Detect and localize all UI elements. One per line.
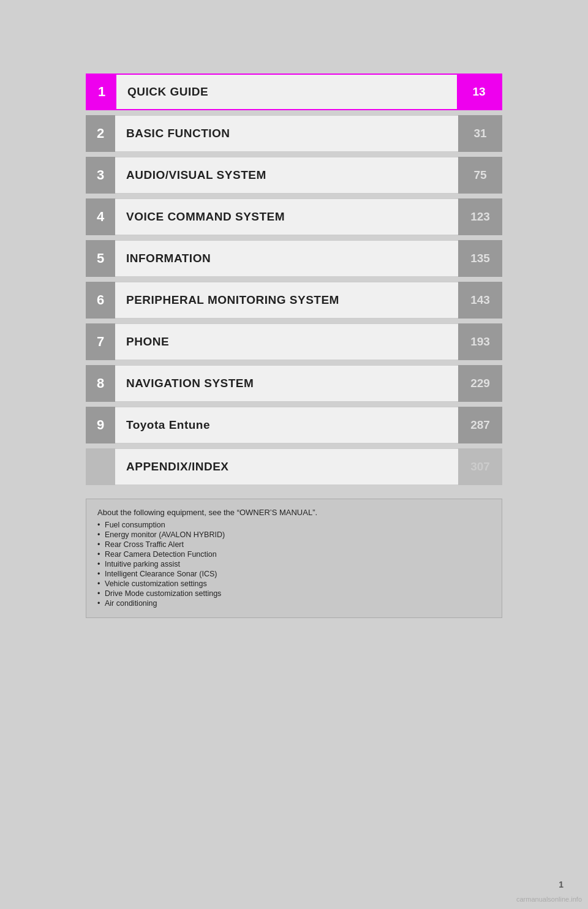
chapter-page-row9: 287 <box>458 407 502 443</box>
chapter-page-row2: 31 <box>458 115 502 152</box>
chapter-label-row5: INFORMATION <box>115 240 458 277</box>
chapter-label-text-appendix: APPENDIX/INDEX <box>126 460 228 473</box>
toc-row-appendix[interactable]: APPENDIX/INDEX307 <box>86 448 502 485</box>
chapter-label-text-row9: Toyota Entune <box>126 418 210 432</box>
chapter-label-row2: BASIC FUNCTION <box>115 115 458 152</box>
chapter-number-row2: 2 <box>86 115 115 152</box>
chapter-number-row9: 9 <box>86 407 115 443</box>
info-list-item: Air conditioning <box>97 599 491 608</box>
chapter-label-text-row5: INFORMATION <box>126 252 211 265</box>
chapter-label-row1: QUICK GUIDE <box>116 75 457 109</box>
chapter-label-text-row8: NAVIGATION SYSTEM <box>126 377 254 390</box>
chapter-number-row3: 3 <box>86 157 115 194</box>
chapter-number-row6: 6 <box>86 282 115 319</box>
chapter-number-appendix <box>86 448 115 485</box>
toc-row-row7[interactable]: 7PHONE193 <box>86 323 502 360</box>
info-list-item: Intelligent Clearance Sonar (ICS) <box>97 570 491 578</box>
toc-row-row9[interactable]: 9Toyota Entune287 <box>86 407 502 443</box>
toc-row-row6[interactable]: 6PERIPHERAL MONITORING SYSTEM143 <box>86 282 502 319</box>
info-list-item: Energy monitor (AVALON HYBRID) <box>97 530 491 539</box>
chapter-label-row8: NAVIGATION SYSTEM <box>115 365 458 402</box>
chapter-page-row1: 13 <box>457 75 501 109</box>
chapter-label-text-row7: PHONE <box>126 335 169 349</box>
chapter-number-row7: 7 <box>86 323 115 360</box>
chapter-page-row3: 75 <box>458 157 502 194</box>
info-list: Fuel consumptionEnergy monitor (AVALON H… <box>97 521 491 608</box>
chapter-label-row4: VOICE COMMAND SYSTEM <box>115 198 458 235</box>
info-list-item: Vehicle customization settings <box>97 579 491 588</box>
toc-table: 1QUICK GUIDE132BASIC FUNCTION313AUDIO/VI… <box>86 74 502 490</box>
info-list-item: Rear Cross Traffic Alert <box>97 540 491 549</box>
chapter-page-row8: 229 <box>458 365 502 402</box>
chapter-label-text-row6: PERIPHERAL MONITORING SYSTEM <box>126 293 339 307</box>
info-list-item: Fuel consumption <box>97 521 491 529</box>
info-title: About the following equipment, see the “… <box>97 508 491 517</box>
toc-row-row4[interactable]: 4VOICE COMMAND SYSTEM123 <box>86 198 502 235</box>
info-box: About the following equipment, see the “… <box>86 499 502 618</box>
watermark: carmanualsonline.info <box>516 896 582 903</box>
toc-row-row8[interactable]: 8NAVIGATION SYSTEM229 <box>86 365 502 402</box>
chapter-label-row6: PERIPHERAL MONITORING SYSTEM <box>115 282 458 319</box>
chapter-page-appendix: 307 <box>458 448 502 485</box>
chapter-label-text-row2: BASIC FUNCTION <box>126 127 230 140</box>
page-container: 1QUICK GUIDE132BASIC FUNCTION313AUDIO/VI… <box>0 0 588 909</box>
page-number: 1 <box>559 880 564 889</box>
chapter-label-row9: Toyota Entune <box>115 407 458 443</box>
info-list-item: Rear Camera Detection Function <box>97 550 491 559</box>
chapter-label-row3: AUDIO/VISUAL SYSTEM <box>115 157 458 194</box>
chapter-number-row8: 8 <box>86 365 115 402</box>
toc-row-row1[interactable]: 1QUICK GUIDE13 <box>86 74 502 110</box>
chapter-page-row6: 143 <box>458 282 502 319</box>
chapter-label-appendix: APPENDIX/INDEX <box>115 448 458 485</box>
chapter-number-row1: 1 <box>87 75 116 109</box>
chapter-page-row5: 135 <box>458 240 502 277</box>
info-list-item: Drive Mode customization settings <box>97 589 491 598</box>
toc-row-row3[interactable]: 3AUDIO/VISUAL SYSTEM75 <box>86 157 502 194</box>
chapter-number-row5: 5 <box>86 240 115 277</box>
chapter-label-text-row4: VOICE COMMAND SYSTEM <box>126 210 285 224</box>
chapter-number-row4: 4 <box>86 198 115 235</box>
toc-row-row2[interactable]: 2BASIC FUNCTION31 <box>86 115 502 152</box>
chapter-label-text-row1: QUICK GUIDE <box>127 85 208 99</box>
chapter-label-text-row3: AUDIO/VISUAL SYSTEM <box>126 168 266 182</box>
chapter-label-row7: PHONE <box>115 323 458 360</box>
toc-row-row5[interactable]: 5INFORMATION135 <box>86 240 502 277</box>
chapter-page-row7: 193 <box>458 323 502 360</box>
chapter-page-row4: 123 <box>458 198 502 235</box>
info-list-item: Intuitive parking assist <box>97 560 491 568</box>
